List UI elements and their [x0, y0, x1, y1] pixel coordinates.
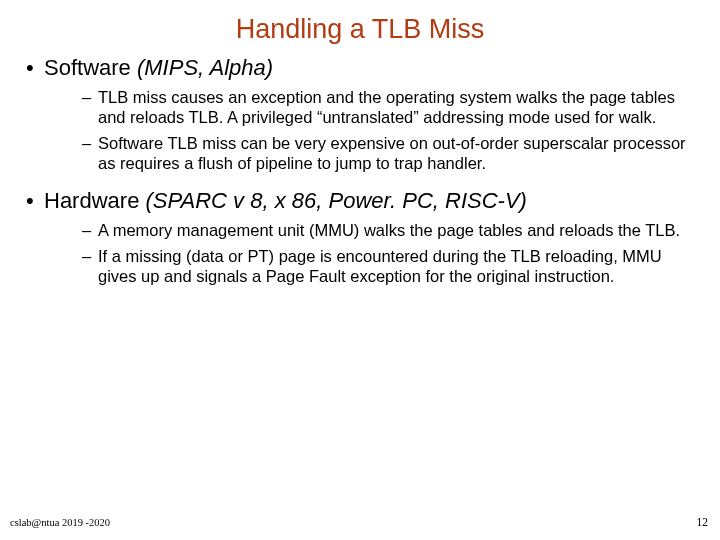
list-item: A memory management unit (MMU) walks the… [82, 220, 694, 240]
section-label: Software [44, 55, 131, 80]
sublist-software: TLB miss causes an exception and the ope… [82, 87, 694, 174]
page-number: 12 [697, 516, 709, 528]
list-item: Software TLB miss can be very expensive … [82, 133, 694, 173]
slide-title: Handling a TLB Miss [26, 14, 694, 45]
list-item: TLB miss causes an exception and the ope… [82, 87, 694, 127]
section-label: Hardware [44, 188, 139, 213]
list-item: If a missing (data or PT) page is encoun… [82, 246, 694, 286]
sublist-hardware: A memory management unit (MMU) walks the… [82, 220, 694, 286]
section-software: Software (MIPS, Alpha) [26, 55, 694, 81]
section-paren: (MIPS, Alpha) [131, 55, 273, 80]
footer-credit: cslab@ntua 2019 -2020 [10, 517, 110, 528]
section-paren: (SPARC v 8, x 86, Power. PC, RISC-V) [139, 188, 527, 213]
section-hardware: Hardware (SPARC v 8, x 86, Power. PC, RI… [26, 188, 694, 214]
